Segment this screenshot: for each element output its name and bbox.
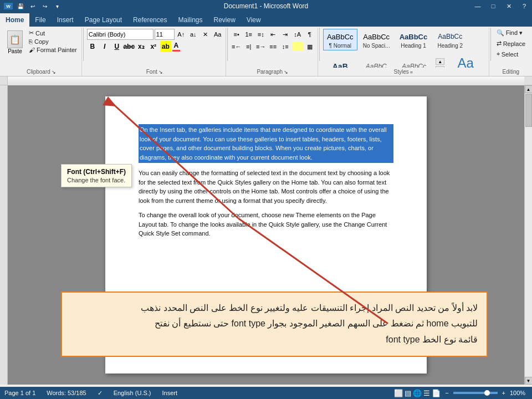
tab-insert[interactable]: Insert [52, 13, 79, 27]
format-painter-button[interactable]: 🖌 Format Painter [27, 46, 79, 54]
horizontal-ruler [8, 76, 524, 85]
tab-file[interactable]: File [29, 13, 51, 27]
subscript-btn[interactable]: x₂ [136, 41, 147, 52]
text-highlight-btn[interactable]: ab [160, 41, 171, 52]
style-title[interactable]: AaB Title [323, 59, 357, 68]
window-title: Document1 - Microsoft Word [224, 2, 309, 10]
justify-btn[interactable]: ≡≡ [268, 41, 279, 52]
spell-check[interactable]: ✓ [98, 390, 103, 397]
print-view-btn[interactable]: ⬜ [394, 389, 403, 397]
redo-qat-btn[interactable]: ↪ [39, 0, 51, 12]
web-view-btn[interactable]: 🌐 [413, 389, 422, 397]
scrollbar-thumb[interactable] [525, 94, 532, 127]
decrease-indent-btn[interactable]: ⇤ [268, 29, 279, 40]
strikethrough-btn[interactable]: abc [124, 41, 135, 52]
full-screen-btn[interactable]: ▤ [405, 389, 411, 397]
bold-btn[interactable]: B [87, 41, 98, 52]
show-marks-btn[interactable]: ¶ [304, 29, 315, 40]
tab-references[interactable]: References [127, 13, 172, 27]
align-center-btn[interactable]: ≡| [243, 41, 254, 52]
titlebar: W 💾 ↩ ↪ ▾ Document1 - Microsoft Word — □… [0, 0, 532, 12]
line-spacing-btn[interactable]: ↕≡ [280, 41, 291, 52]
change-case-btn[interactable]: Aa [212, 29, 223, 40]
view-mode-btns: ⬜ ▤ 🌐 ☰ 📄 [394, 389, 441, 397]
tab-review[interactable]: Review [208, 13, 241, 27]
shading-btn[interactable] [292, 42, 303, 51]
paragraph-1[interactable]: On the Insert tab, the galleries include… [139, 124, 393, 163]
select-btn[interactable]: ⌖ Select [494, 50, 521, 58]
statusbar: Page 1 of 1 Words: 53/185 ✓ English (U.S… [0, 387, 532, 399]
grow-font-btn[interactable]: A↑ [176, 29, 187, 40]
align-right-btn[interactable]: ≡→ [255, 41, 267, 52]
paragraph-group: ≡• 1≡ ≡↕ ⇤ ⇥ ↕A ¶ ≡← ≡| ≡→ ≡≡ ↕≡ ▦ [229, 28, 318, 76]
clipboard-expand[interactable]: ↘ [52, 69, 57, 75]
numbering-btn[interactable]: 1≡ [243, 29, 254, 40]
outline-view-btn[interactable]: ☰ [423, 389, 430, 397]
zoom-slider[interactable] [453, 392, 498, 394]
minimize-btn[interactable]: — [470, 0, 485, 12]
style-heading1[interactable]: AaBbCc Heading 1 [396, 29, 432, 50]
tab-mailings[interactable]: Mailings [172, 13, 208, 27]
font-color-btn[interactable]: A [172, 42, 180, 52]
ribbon-tabs: Home File Insert Page Layout References … [0, 12, 532, 27]
language-label[interactable]: English (U.S.) [114, 390, 151, 396]
paste-button[interactable]: 📋 Paste [4, 29, 25, 68]
scroll-down-btn[interactable]: ▼ [525, 377, 533, 385]
replace-btn[interactable]: ⇄ Replace [494, 39, 528, 48]
tooltip-title: Font (Ctrl+Shift+F) [67, 168, 126, 176]
align-left-btn[interactable]: ≡← [231, 41, 242, 52]
font-size-input[interactable] [155, 29, 175, 40]
insert-mode-label[interactable]: Insert [162, 390, 177, 396]
underline-btn[interactable]: U [111, 41, 122, 52]
styles-group: AaBbCc ¶ Normal AaBbCc No Spaci... AaBbC… [321, 28, 489, 76]
zoom-out-btn[interactable]: − [445, 390, 448, 396]
vertical-scrollbar[interactable]: ▲ ▼ [524, 85, 532, 385]
superscript-btn[interactable]: x² [148, 41, 159, 52]
copy-button[interactable]: ⎘ Copy [27, 38, 79, 45]
style-subtitle[interactable]: AaBbC Subtitle [359, 59, 393, 68]
multilevel-btn[interactable]: ≡↕ [255, 29, 267, 40]
font-name-input[interactable] [87, 29, 154, 40]
scroll-up-btn[interactable]: ▲ [525, 85, 533, 93]
styles-scroll-up-btn[interactable]: ▲ [436, 58, 444, 65]
find-btn[interactable]: 🔍 Find ▾ [494, 29, 525, 37]
shrink-font-btn[interactable]: a↓ [188, 29, 199, 40]
cut-button[interactable]: ✂ Cut [27, 29, 79, 37]
style-subtle-em[interactable]: AaBbCc Subtle Em... [395, 59, 433, 68]
customize-qat-btn[interactable]: ▾ [51, 0, 63, 12]
style-normal[interactable]: AaBbCc ¶ Normal [323, 29, 357, 50]
vertical-ruler [0, 85, 8, 385]
help-btn[interactable]: ? [516, 0, 532, 12]
zoom-in-btn[interactable]: + [502, 390, 505, 396]
font-expand[interactable]: ↘ [158, 69, 164, 75]
tab-view[interactable]: View [241, 13, 267, 27]
change-styles-icon: Aа [458, 55, 474, 68]
tab-home[interactable]: Home [0, 13, 29, 27]
italic-btn[interactable]: I [99, 41, 110, 52]
draft-view-btn[interactable]: 📄 [432, 389, 441, 397]
styles-nav-btns: ▲ ▼ = [436, 58, 444, 68]
save-qat-btn[interactable]: 💾 [14, 0, 27, 12]
styles-scroll-down-btn[interactable]: ▼ [436, 66, 444, 68]
paragraph-expand[interactable]: ↘ [284, 69, 289, 75]
style-heading2[interactable]: AaBbCc Heading 2 [433, 29, 467, 50]
increase-indent-btn[interactable]: ⇥ [280, 29, 291, 40]
scrollbar-track[interactable] [525, 93, 533, 377]
tab-page-layout[interactable]: Page Layout [79, 13, 127, 27]
zoom-thumb[interactable] [484, 390, 490, 396]
tooltip-description: Change the font face. [67, 177, 126, 183]
borders-btn[interactable]: ▦ [304, 41, 315, 52]
paragraph-2[interactable]: You can easily change the formatting of … [139, 168, 393, 205]
change-styles-btn[interactable]: Aа ChangeStyles [446, 52, 485, 68]
style-no-spacing[interactable]: AaBbCc No Spaci... [359, 29, 394, 50]
close-btn[interactable]: ✕ [501, 0, 516, 12]
undo-qat-btn[interactable]: ↩ [27, 0, 39, 12]
font-tooltip: Font (Ctrl+Shift+F) Change the font face… [61, 164, 132, 187]
bullets-btn[interactable]: ≡• [231, 29, 242, 40]
zoom-level[interactable]: 100% [510, 390, 528, 396]
paragraph-3[interactable]: To change the overall look of your docum… [139, 211, 393, 238]
styles-expand[interactable]: = [410, 69, 416, 75]
clear-formatting-btn[interactable]: ✕ [200, 29, 211, 40]
sort-btn[interactable]: ↕A [292, 29, 303, 40]
maximize-btn[interactable]: □ [485, 0, 501, 12]
